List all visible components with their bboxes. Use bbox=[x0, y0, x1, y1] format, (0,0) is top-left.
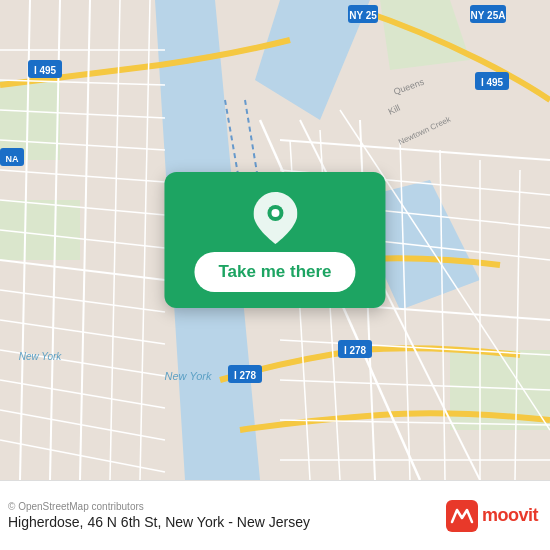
svg-text:NA: NA bbox=[6, 154, 19, 164]
svg-text:I 278: I 278 bbox=[344, 345, 367, 356]
svg-point-70 bbox=[271, 209, 279, 217]
svg-text:I 278: I 278 bbox=[234, 370, 257, 381]
moovit-logo: moovit bbox=[446, 500, 538, 532]
moovit-label: moovit bbox=[482, 505, 538, 526]
bottom-bar: © OpenStreetMap contributors Higherdose,… bbox=[0, 480, 550, 550]
svg-text:NY 25A: NY 25A bbox=[471, 10, 506, 21]
svg-text:NY 25: NY 25 bbox=[349, 10, 377, 21]
copyright-text: © OpenStreetMap contributors bbox=[8, 501, 310, 512]
svg-text:I 495: I 495 bbox=[34, 65, 57, 76]
svg-text:New York: New York bbox=[19, 351, 63, 362]
button-overlay: Take me there bbox=[164, 172, 385, 308]
bottom-left: © OpenStreetMap contributors Higherdose,… bbox=[8, 501, 310, 530]
location-text: Higherdose, 46 N 6th St, New York - New … bbox=[8, 514, 310, 530]
svg-text:I 495: I 495 bbox=[481, 77, 504, 88]
moovit-icon bbox=[446, 500, 478, 532]
svg-text:New York: New York bbox=[165, 370, 212, 382]
green-card: Take me there bbox=[164, 172, 385, 308]
location-pin-icon bbox=[253, 192, 297, 244]
map-container: I 495 I 495 I 278 I 278 I 278 NY 25 NY 2… bbox=[0, 0, 550, 480]
svg-rect-5 bbox=[0, 200, 80, 260]
take-me-there-button[interactable]: Take me there bbox=[194, 252, 355, 292]
